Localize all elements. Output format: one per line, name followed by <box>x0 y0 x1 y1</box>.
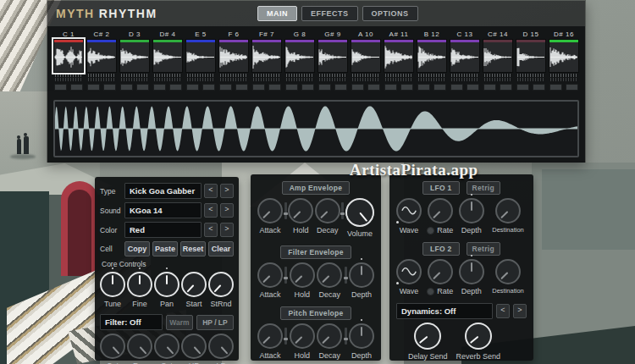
drum-cell[interactable]: C# 2 <box>86 30 117 97</box>
depth-knob[interactable] <box>459 259 484 284</box>
cell-mini-button[interactable] <box>549 84 562 91</box>
depth-knob[interactable] <box>459 198 484 223</box>
warm-button[interactable]: Warm <box>166 315 193 330</box>
cell-mini-button[interactable] <box>367 84 380 91</box>
rate-knob[interactable] <box>428 259 453 284</box>
envelope-header-button[interactable]: Filter Envelope <box>280 245 351 259</box>
cell-mini-button[interactable] <box>533 84 545 91</box>
type-prev-button[interactable]: < <box>204 184 218 198</box>
dynamics-field[interactable]: Dynamics: Off <box>396 303 493 319</box>
attack-knob[interactable] <box>257 198 283 223</box>
depth-knob[interactable] <box>349 262 374 288</box>
drum-cell[interactable]: D# 16 <box>549 30 579 97</box>
paste-button[interactable]: Paste <box>152 241 178 256</box>
drum-cell[interactable]: C 1 <box>53 30 84 97</box>
cell-waveform-thumb[interactable] <box>549 39 579 73</box>
cell-waveform-thumb[interactable] <box>185 39 216 73</box>
drum-cell[interactable]: A# 11 <box>384 30 414 97</box>
drum-cell[interactable]: D 15 <box>516 30 546 97</box>
mod-amount-slider[interactable] <box>345 328 347 345</box>
cell-mini-button[interactable] <box>136 84 149 91</box>
drum-cell[interactable]: G 8 <box>284 30 315 97</box>
cell-mini-button[interactable] <box>467 84 479 91</box>
hold-knob[interactable] <box>290 323 315 349</box>
sound-prev-button[interactable]: < <box>204 203 218 218</box>
cell-waveform-thumb[interactable] <box>218 39 249 73</box>
cell-waveform-thumb[interactable] <box>152 39 183 73</box>
cell-waveform-thumb[interactable] <box>417 39 447 73</box>
dynamics-prev-button[interactable]: < <box>496 304 510 318</box>
cell-mini-button[interactable] <box>268 84 281 91</box>
type-next-button[interactable]: > <box>220 184 234 198</box>
tab-main[interactable]: MAIN <box>257 6 297 21</box>
mod-amount-slider[interactable] <box>284 267 287 284</box>
strnd-knob[interactable] <box>208 272 234 297</box>
tab-effects[interactable]: EFFECTS <box>301 6 358 21</box>
cell-mini-button[interactable] <box>153 84 166 91</box>
cell-waveform-thumb[interactable] <box>516 39 546 73</box>
cell-mini-button[interactable] <box>120 84 133 91</box>
cell-mini-button[interactable] <box>516 84 529 91</box>
delay-send-knob[interactable] <box>414 323 441 350</box>
lp-knob[interactable] <box>208 334 234 359</box>
color-field[interactable]: Red <box>124 222 202 238</box>
depth-knob[interactable] <box>349 323 374 349</box>
wave-knob[interactable] <box>396 259 422 284</box>
filter-mode-field[interactable]: Filter: Off <box>100 314 163 330</box>
dynamics-next-button[interactable]: > <box>513 304 527 318</box>
lfo-header-button[interactable]: LFO 2 <box>422 242 460 256</box>
color-next-button[interactable]: > <box>220 223 234 237</box>
hp-lp-button[interactable]: HP / LP <box>196 315 234 330</box>
sat-knob[interactable] <box>154 334 179 359</box>
attack-knob[interactable] <box>257 323 283 349</box>
drum-cell[interactable]: C 13 <box>450 30 480 97</box>
attack-knob[interactable] <box>257 262 283 288</box>
drum-cell[interactable]: A 10 <box>351 30 381 97</box>
cell-waveform-thumb[interactable] <box>384 39 414 73</box>
destination-knob[interactable] <box>495 259 521 284</box>
cell-mini-button[interactable] <box>301 84 314 91</box>
cell-mini-button[interactable] <box>103 84 116 91</box>
drum-cell[interactable]: G# 9 <box>318 30 348 97</box>
decay-knob[interactable] <box>317 262 342 288</box>
cell-mini-button[interactable] <box>384 84 397 91</box>
cell-mini-button[interactable] <box>318 84 331 91</box>
type-field[interactable]: Kick Goa Gabber <box>124 183 202 199</box>
cell-waveform-thumb[interactable] <box>450 39 480 73</box>
volume-knob[interactable] <box>345 198 374 227</box>
mod-amount-slider[interactable] <box>345 267 347 284</box>
cell-mini-button[interactable] <box>400 84 413 91</box>
mod-amount-slider[interactable] <box>341 202 344 219</box>
cell-mini-button[interactable] <box>54 84 67 91</box>
drum-cell[interactable]: B 12 <box>417 30 447 97</box>
drum-cell[interactable]: D 3 <box>119 30 150 97</box>
res-knob[interactable] <box>127 334 152 359</box>
tab-options[interactable]: OPTIONS <box>362 6 418 21</box>
cell-mini-button[interactable] <box>169 84 182 91</box>
cell-mini-button[interactable] <box>87 84 100 91</box>
cell-mini-button[interactable] <box>285 84 298 91</box>
cell-mini-button[interactable] <box>202 84 215 91</box>
cell-mini-button[interactable] <box>450 84 463 91</box>
mod-amount-slider[interactable] <box>284 328 287 345</box>
cell-mini-button[interactable] <box>334 84 347 91</box>
cell-mini-button[interactable] <box>219 84 232 91</box>
decay-knob[interactable] <box>315 198 340 223</box>
cell-mini-button[interactable] <box>483 84 496 91</box>
copy-button[interactable]: Copy <box>124 241 150 256</box>
cell-waveform-thumb[interactable] <box>86 39 117 73</box>
pan-knob[interactable] <box>154 272 179 297</box>
cell-mini-button[interactable] <box>566 84 578 91</box>
cell-waveform-thumb[interactable] <box>53 39 84 73</box>
reverb-send-knob[interactable] <box>465 323 492 350</box>
cell-waveform-thumb[interactable] <box>318 39 348 73</box>
cell-waveform-thumb[interactable] <box>119 39 150 73</box>
cell-waveform-thumb[interactable] <box>251 39 282 73</box>
cell-waveform-thumb[interactable] <box>483 39 513 73</box>
waveform-display[interactable] <box>53 100 579 157</box>
sound-next-button[interactable]: > <box>220 203 234 218</box>
wave-knob[interactable] <box>396 198 422 223</box>
cell-mini-button[interactable] <box>417 84 430 91</box>
envelope-header-button[interactable]: Pitch Envelope <box>280 306 351 320</box>
envelope-header-button[interactable]: Amp Envelope <box>282 181 351 195</box>
